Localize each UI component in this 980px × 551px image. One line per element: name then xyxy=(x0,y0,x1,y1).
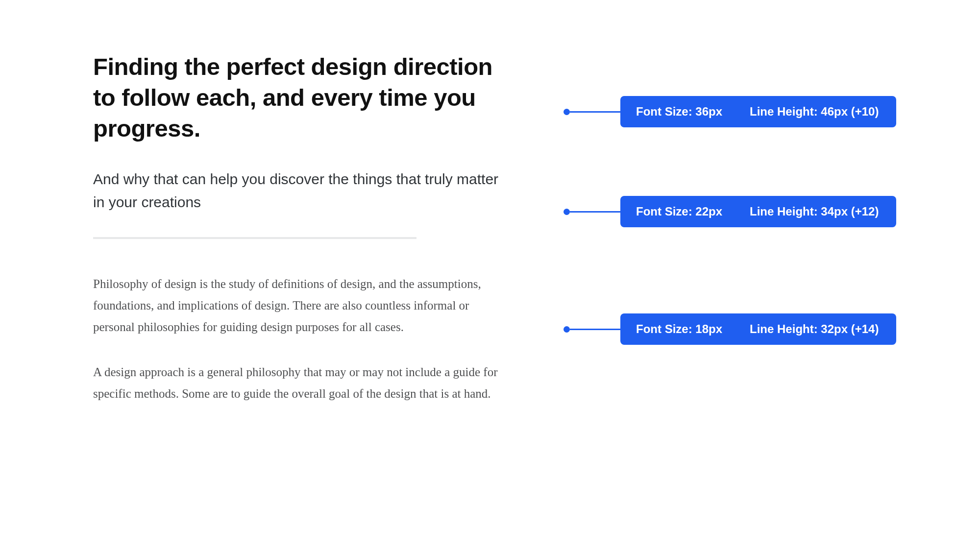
connector-dot-icon xyxy=(564,326,570,333)
sample-subheading: And why that can help you discover the t… xyxy=(93,168,500,214)
font-size-label: Font Size: 18px xyxy=(636,322,722,336)
annotation-heading: Font Size: 36px Line Height: 46px (+10) xyxy=(564,96,896,127)
divider xyxy=(93,237,416,239)
annotation-body: Font Size: 18px Line Height: 32px (+14) xyxy=(564,313,896,345)
annotation-connector xyxy=(564,109,620,115)
line-height-label: Line Height: 34px (+12) xyxy=(750,205,879,218)
sample-paragraph-2: A design approach is a general philosoph… xyxy=(93,361,500,405)
annotation-box: Font Size: 22px Line Height: 34px (+12) xyxy=(620,196,896,227)
annotation-box: Font Size: 36px Line Height: 46px (+10) xyxy=(620,96,896,127)
line-height-label: Line Height: 46px (+10) xyxy=(750,105,879,119)
typography-sample: Finding the perfect design direction to … xyxy=(93,51,500,428)
connector-dot-icon xyxy=(564,209,570,215)
annotation-box: Font Size: 18px Line Height: 32px (+14) xyxy=(620,313,896,345)
sample-heading: Finding the perfect design direction to … xyxy=(93,51,500,144)
line-height-label: Line Height: 32px (+14) xyxy=(750,322,879,336)
font-size-label: Font Size: 36px xyxy=(636,105,722,119)
connector-line xyxy=(570,329,620,330)
annotation-connector xyxy=(564,209,620,215)
sample-paragraph-1: Philosophy of design is the study of def… xyxy=(93,273,500,338)
annotation-connector xyxy=(564,326,620,333)
annotation-subheading: Font Size: 22px Line Height: 34px (+12) xyxy=(564,196,896,227)
connector-dot-icon xyxy=(564,109,570,115)
connector-line xyxy=(570,111,620,113)
font-size-label: Font Size: 22px xyxy=(636,205,722,218)
connector-line xyxy=(570,211,620,213)
